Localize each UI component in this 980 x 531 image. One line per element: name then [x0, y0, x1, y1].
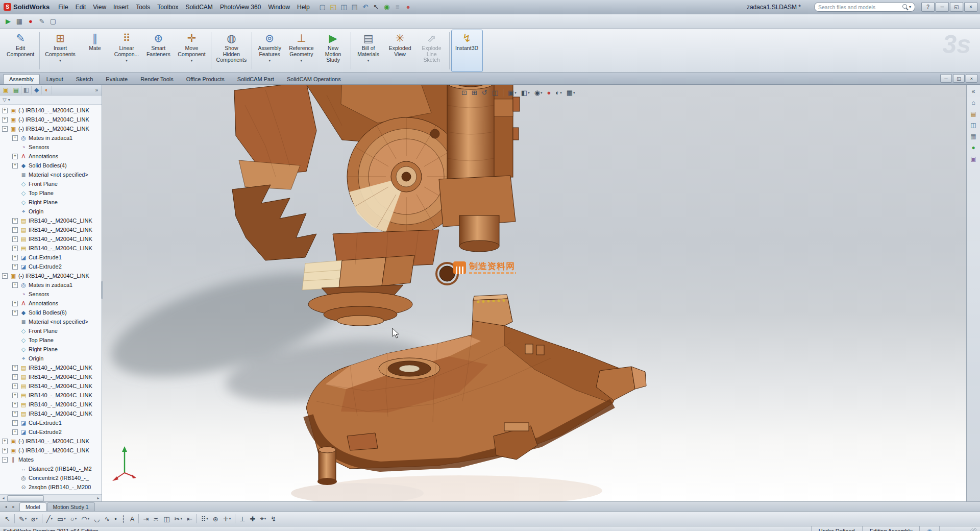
save-button[interactable]: ◫	[339, 2, 349, 12]
linear-component-pattern-button[interactable]: ⠿Linear Compon...▾	[111, 30, 142, 72]
scroll-right-icon[interactable]: ▸	[95, 496, 102, 500]
corner-rectangle-button[interactable]: ▭▾	[55, 513, 68, 524]
graphics-area[interactable]: ⊡⊞↺◫▣▾◧▾◉▾●◐▾▦▾ 制造资料网	[102, 85, 966, 501]
new-motion-study-button[interactable]: ▶New Motion Study	[317, 30, 349, 72]
expand-icon[interactable]: +	[12, 365, 18, 371]
menu-photoview-360[interactable]: PhotoView 360	[216, 2, 265, 12]
edit-macro-button[interactable]: ✎	[37, 16, 47, 27]
smart-fasteners-button[interactable]: ⊛Smart Fasteners	[142, 30, 174, 72]
print-button[interactable]: ▤	[350, 2, 360, 12]
section-view-button[interactable]: ◫	[490, 88, 500, 98]
repair-sketch-button[interactable]: ✚	[248, 513, 258, 524]
tree-item-assembly[interactable]: +▣(-) IRB140_-_M2004C_LINK	[0, 106, 102, 115]
tree-item-sensors[interactable]: ◔Sensors	[0, 289, 102, 299]
tab-render-tools[interactable]: Render Tools	[134, 74, 180, 84]
menu-window[interactable]: Window	[264, 2, 293, 12]
tree-item-distance-mate[interactable]: ↔Distance2 (IRB140_-_M2	[0, 464, 102, 473]
panel-flyout-chevron[interactable]: »	[92, 87, 101, 93]
scroll-left-icon[interactable]: ◂	[0, 496, 7, 500]
point-button[interactable]: •	[112, 513, 119, 524]
quick-snaps-button[interactable]: ⌖▾	[258, 513, 268, 524]
doc-restore-button[interactable]: ◱	[953, 74, 965, 83]
tree-item-plane[interactable]: ◇Right Plane	[0, 198, 102, 207]
expand-icon[interactable]: +	[12, 163, 18, 168]
instant3d-button[interactable]: ↯Instant3D	[451, 30, 483, 72]
expand-icon[interactable]: +	[12, 420, 18, 426]
options-button[interactable]: ≡	[393, 2, 403, 12]
expand-icon[interactable]: +	[12, 393, 18, 398]
sketch-button[interactable]: ✎▾	[17, 513, 29, 524]
displaymanager-tab[interactable]: ◐	[42, 86, 52, 94]
tree-horizontal-scrollbar[interactable]: ◂ ▸	[0, 494, 102, 501]
help-button[interactable]: ?	[921, 2, 935, 12]
view-palette-button[interactable]: ▦	[968, 131, 978, 141]
tangent-arc-button[interactable]: ◡	[92, 513, 102, 524]
tab-solidcam-part[interactable]: SolidCAM Part	[231, 74, 280, 84]
collapse-icon[interactable]: −	[2, 273, 8, 279]
expand-icon[interactable]: +	[12, 301, 18, 306]
tree-item-sensors[interactable]: ◔Sensors	[0, 142, 102, 152]
tree-item-assembly[interactable]: −▣(-) IRB140_-_M2004C_LINK	[0, 271, 102, 280]
tree-item-cut-extrude[interactable]: +◪Cut-Extrude1	[0, 418, 102, 427]
tab-scroll-right-button[interactable]: ▸	[10, 503, 17, 510]
search-dropdown-icon[interactable]: ▾	[909, 5, 911, 9]
search-box[interactable]: Search files and models ▾	[814, 2, 915, 12]
show-hidden-components-button[interactable]: ◍Show Hidden Components	[213, 30, 251, 72]
display-delete-relations-button[interactable]: ⊥	[237, 513, 247, 524]
exploded-view-button[interactable]: ✳Exploded View	[384, 30, 416, 72]
tab-scroll-left-button[interactable]: ◂	[2, 503, 10, 510]
new-macro-button[interactable]: ▢	[48, 16, 58, 27]
run-macro-button[interactable]: ▶	[3, 16, 13, 27]
reference-geometry-button[interactable]: ⊥Reference Geometry▾	[285, 30, 317, 72]
doc-close-button[interactable]: ×	[966, 74, 977, 83]
offset-entities-button[interactable]: ≍	[151, 513, 161, 524]
edit-appearance-button[interactable]: ●	[545, 88, 553, 98]
model-canvas[interactable]	[102, 85, 966, 501]
menu-toolbox[interactable]: Toolbox	[154, 2, 182, 12]
menu-view[interactable]: View	[89, 2, 110, 12]
tab-sketch[interactable]: Sketch	[70, 74, 100, 84]
expand-icon[interactable]: +	[12, 236, 18, 242]
tree-item-part[interactable]: +▤IRB140_-_M2004C_LINK	[0, 216, 102, 225]
tree-item-annotations[interactable]: +AAnnotations	[0, 299, 102, 308]
scrollbar-thumb[interactable]	[7, 495, 44, 501]
view-orientation-button[interactable]: ▣▾	[506, 88, 519, 98]
edit-component-button[interactable]: ✎Edit Component	[3, 30, 38, 72]
expand-icon[interactable]: +	[12, 227, 18, 233]
tree-item-plane[interactable]: ◇Top Plane	[0, 188, 102, 198]
featuremanager-tab[interactable]: ▣	[1, 86, 11, 94]
move-entities-button[interactable]: ✛▾	[221, 513, 233, 524]
propertymanager-tab[interactable]: ▤	[11, 86, 21, 94]
expand-icon[interactable]: +	[12, 135, 18, 141]
spline-button[interactable]: ∿	[102, 513, 112, 524]
tree-item-origin[interactable]: ⌖Origin	[0, 354, 102, 363]
tree-item-part[interactable]: +▤IRB140_-_M2004C_LINK	[0, 400, 102, 409]
expand-icon[interactable]: +	[12, 402, 18, 407]
appearances-scenes-button[interactable]: ●	[968, 142, 978, 152]
tree-item-part[interactable]: +▤IRB140_-_M2004C_LINK	[0, 363, 102, 372]
trim-entities-button[interactable]: ✂▾	[172, 513, 184, 524]
tree-item-cut-extrude[interactable]: +◪Cut-Extrude1	[0, 253, 102, 262]
select-button[interactable]: ↖	[3, 513, 12, 524]
quick-tips-button[interactable]: ◉	[919, 526, 939, 531]
expand-icon[interactable]: +	[2, 448, 8, 453]
centerline-button[interactable]: ┆	[119, 513, 128, 524]
minimize-button[interactable]: ─	[936, 2, 949, 12]
close-button[interactable]: ×	[964, 2, 977, 12]
restore-button[interactable]: ◱	[950, 2, 963, 12]
convert-entities-button[interactable]: ⇥	[141, 513, 151, 524]
view-settings-button[interactable]: ▦▾	[565, 88, 577, 98]
circle-button[interactable]: ○▾	[68, 513, 79, 524]
tree-item-mate[interactable]: ⊙2ssqbn (IRB140_-_M200	[0, 482, 102, 492]
tab-office-products[interactable]: Office Products	[180, 74, 231, 84]
menu-solidcam[interactable]: SolidCAM	[182, 2, 216, 12]
tree-item-assembly[interactable]: +▣(-) IRB140_-_M2004C_LINK	[0, 446, 102, 455]
expand-icon[interactable]: +	[12, 154, 18, 159]
file-explorer-button[interactable]: ◫	[968, 120, 978, 130]
new-document-button[interactable]: ▢	[317, 2, 328, 12]
doc-tab-motion-study-1[interactable]: Motion Study 1	[47, 502, 95, 511]
expand-icon[interactable]: +	[12, 218, 18, 224]
expand-icon[interactable]: +	[12, 310, 18, 316]
display-style-button[interactable]: ◧▾	[519, 88, 532, 98]
solidworks-resources-button[interactable]: ⌂	[968, 98, 978, 107]
